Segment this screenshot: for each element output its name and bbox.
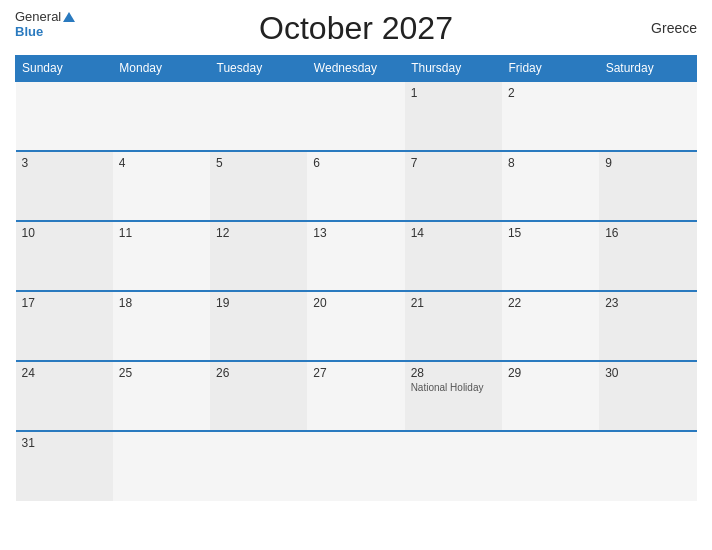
calendar-cell: 26: [210, 361, 307, 431]
calendar-header: General Blue October 2027 Greece: [15, 10, 697, 47]
calendar-table: SundayMondayTuesdayWednesdayThursdayFrid…: [15, 55, 697, 501]
day-number: 25: [119, 366, 204, 380]
day-number: 6: [313, 156, 398, 170]
calendar-cell: [113, 431, 210, 501]
calendar-cell: 19: [210, 291, 307, 361]
day-number: 3: [22, 156, 107, 170]
calendar-cell: 9: [599, 151, 696, 221]
calendar-title: October 2027: [259, 10, 453, 47]
calendar-week-row: 3456789: [16, 151, 697, 221]
logo-blue-text: Blue: [15, 24, 43, 39]
calendar-cell: 21: [405, 291, 502, 361]
day-number: 13: [313, 226, 398, 240]
day-number: 1: [411, 86, 496, 100]
calendar-cell: [16, 81, 113, 151]
logo-triangle-icon: [63, 12, 75, 22]
calendar-cell: [113, 81, 210, 151]
weekday-header-tuesday: Tuesday: [210, 56, 307, 82]
country-label: Greece: [651, 20, 697, 36]
day-number: 23: [605, 296, 690, 310]
weekday-header-monday: Monday: [113, 56, 210, 82]
day-number: 28: [411, 366, 496, 380]
day-number: 27: [313, 366, 398, 380]
day-number: 10: [22, 226, 107, 240]
calendar-week-row: 31: [16, 431, 697, 501]
calendar-cell: 27: [307, 361, 404, 431]
calendar-cell: 2: [502, 81, 599, 151]
calendar-cell: [502, 431, 599, 501]
calendar-cell: 22: [502, 291, 599, 361]
calendar-cell: 8: [502, 151, 599, 221]
day-number: 8: [508, 156, 593, 170]
logo-general-text: General: [15, 10, 61, 23]
calendar-cell: 31: [16, 431, 113, 501]
calendar-cell: 12: [210, 221, 307, 291]
weekday-header-saturday: Saturday: [599, 56, 696, 82]
calendar-cell: 25: [113, 361, 210, 431]
calendar-cell: 5: [210, 151, 307, 221]
calendar-cell: [599, 81, 696, 151]
calendar-week-row: 2425262728National Holiday2930: [16, 361, 697, 431]
calendar-cell: 18: [113, 291, 210, 361]
calendar-container: General Blue October 2027 Greece SundayM…: [0, 0, 712, 550]
day-number: 26: [216, 366, 301, 380]
calendar-cell: 13: [307, 221, 404, 291]
calendar-cell: 4: [113, 151, 210, 221]
calendar-cell: 6: [307, 151, 404, 221]
calendar-cell: 15: [502, 221, 599, 291]
calendar-cell: [405, 431, 502, 501]
day-number: 21: [411, 296, 496, 310]
calendar-cell: 20: [307, 291, 404, 361]
day-number: 5: [216, 156, 301, 170]
calendar-cell: [307, 81, 404, 151]
weekday-header-row: SundayMondayTuesdayWednesdayThursdayFrid…: [16, 56, 697, 82]
calendar-cell: 1: [405, 81, 502, 151]
calendar-cell: 23: [599, 291, 696, 361]
calendar-cell: 24: [16, 361, 113, 431]
day-number: 15: [508, 226, 593, 240]
calendar-cell: [599, 431, 696, 501]
logo: General Blue: [15, 10, 75, 39]
calendar-cell: 29: [502, 361, 599, 431]
calendar-cell: 11: [113, 221, 210, 291]
day-number: 17: [22, 296, 107, 310]
day-number: 16: [605, 226, 690, 240]
calendar-week-row: 17181920212223: [16, 291, 697, 361]
weekday-header-friday: Friday: [502, 56, 599, 82]
day-number: 20: [313, 296, 398, 310]
day-number: 29: [508, 366, 593, 380]
calendar-cell: [210, 81, 307, 151]
calendar-cell: 7: [405, 151, 502, 221]
calendar-cell: [307, 431, 404, 501]
calendar-cell: 30: [599, 361, 696, 431]
event-label: National Holiday: [411, 382, 496, 393]
day-number: 12: [216, 226, 301, 240]
weekday-header-sunday: Sunday: [16, 56, 113, 82]
day-number: 18: [119, 296, 204, 310]
calendar-cell: 10: [16, 221, 113, 291]
day-number: 30: [605, 366, 690, 380]
day-number: 31: [22, 436, 107, 450]
day-number: 14: [411, 226, 496, 240]
day-number: 9: [605, 156, 690, 170]
calendar-cell: [210, 431, 307, 501]
calendar-cell: 3: [16, 151, 113, 221]
calendar-cell: 16: [599, 221, 696, 291]
calendar-week-row: 12: [16, 81, 697, 151]
calendar-cell: 17: [16, 291, 113, 361]
calendar-cell: 14: [405, 221, 502, 291]
day-number: 24: [22, 366, 107, 380]
day-number: 4: [119, 156, 204, 170]
day-number: 7: [411, 156, 496, 170]
day-number: 11: [119, 226, 204, 240]
calendar-week-row: 10111213141516: [16, 221, 697, 291]
weekday-header-thursday: Thursday: [405, 56, 502, 82]
calendar-cell: 28National Holiday: [405, 361, 502, 431]
day-number: 19: [216, 296, 301, 310]
day-number: 22: [508, 296, 593, 310]
day-number: 2: [508, 86, 593, 100]
weekday-header-wednesday: Wednesday: [307, 56, 404, 82]
